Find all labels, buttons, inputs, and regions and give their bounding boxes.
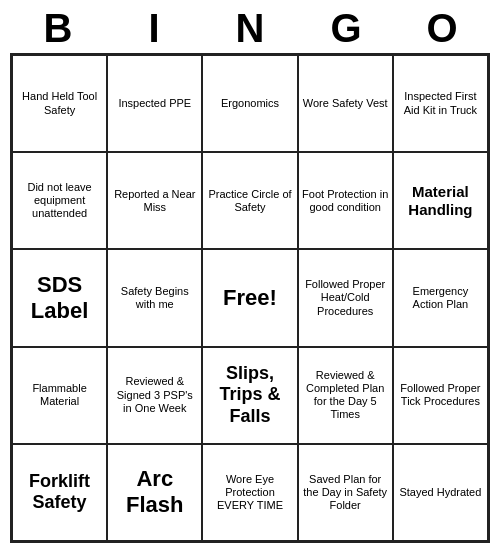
bingo-cell-22[interactable]: Wore Eye Protection EVERY TIME [202,444,297,541]
bingo-cell-23[interactable]: Saved Plan for the Day in Safety Folder [298,444,393,541]
bingo-cell-24[interactable]: Stayed Hydrated [393,444,488,541]
bingo-cell-5[interactable]: Did not leave equipment unattended [12,152,107,249]
bingo-cell-4[interactable]: Inspected First Aid Kit in Truck [393,55,488,152]
bingo-cell-2[interactable]: Ergonomics [202,55,297,152]
bingo-cell-3[interactable]: Wore Safety Vest [298,55,393,152]
bingo-cell-13[interactable]: Followed Proper Heat/Cold Procedures [298,249,393,346]
bingo-grid: Hand Held Tool SafetyInspected PPEErgono… [10,53,490,543]
bingo-cell-16[interactable]: Reviewed & Signed 3 PSP's in One Week [107,347,202,444]
header-o: O [398,6,486,51]
header-i: I [110,6,198,51]
bingo-cell-6[interactable]: Reported a Near Miss [107,152,202,249]
bingo-cell-14[interactable]: Emergency Action Plan [393,249,488,346]
bingo-cell-7[interactable]: Practice Circle of Safety [202,152,297,249]
bingo-cell-8[interactable]: Foot Protection in good condition [298,152,393,249]
header-g: G [302,6,390,51]
header-n: N [206,6,294,51]
bingo-cell-12[interactable]: Free! [202,249,297,346]
bingo-header: B I N G O [10,0,490,53]
bingo-cell-11[interactable]: Safety Begins with me [107,249,202,346]
bingo-cell-15[interactable]: Flammable Material [12,347,107,444]
bingo-cell-19[interactable]: Followed Proper Tick Procedures [393,347,488,444]
bingo-cell-18[interactable]: Reviewed & Completed Plan for the Day 5 … [298,347,393,444]
bingo-cell-21[interactable]: Arc Flash [107,444,202,541]
bingo-cell-1[interactable]: Inspected PPE [107,55,202,152]
header-b: B [14,6,102,51]
bingo-cell-10[interactable]: SDS Label [12,249,107,346]
bingo-cell-9[interactable]: Material Handling [393,152,488,249]
bingo-cell-20[interactable]: Forklift Safety [12,444,107,541]
bingo-cell-0[interactable]: Hand Held Tool Safety [12,55,107,152]
bingo-cell-17[interactable]: Slips, Trips & Falls [202,347,297,444]
